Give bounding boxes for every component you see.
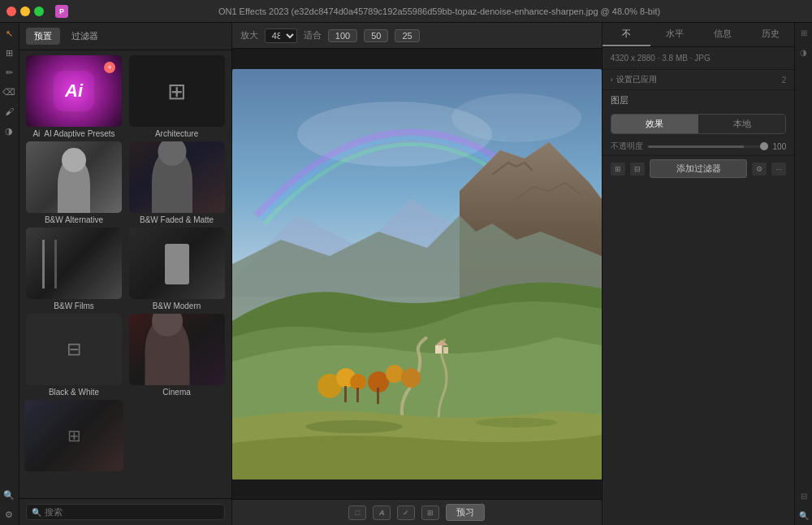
chevron-right-icon: ›	[611, 76, 613, 84]
preset-bw-modern-label: B&W Modern	[153, 302, 201, 310]
preset-cinema-thumb	[129, 314, 225, 385]
zoom-right-icon[interactable]: 🔍	[797, 509, 810, 522]
settings-row[interactable]: › 设置已应用 2	[603, 70, 794, 90]
window-title: ON1 Effects 2023 (e32dc8474d0a45789c192a…	[73, 7, 806, 16]
tab-no[interactable]: 不	[603, 23, 650, 46]
left-panel: 预置 过滤器 Ai + Ai AI Adaptive Presets	[19, 23, 232, 525]
preset-ai-adaptive[interactable]: Ai + Ai AI Adaptive Presets	[24, 55, 124, 138]
preset-architecture[interactable]: ⊞ Architecture	[127, 55, 227, 138]
zoom-100-btn[interactable]: 100	[328, 29, 357, 42]
svg-rect-10	[356, 388, 359, 402]
settings-label: 设置已应用	[616, 74, 657, 85]
svg-point-8	[401, 368, 421, 388]
settings-value: 2	[782, 76, 787, 85]
frame-btn[interactable]: □	[348, 505, 366, 520]
zoom-label: 放大	[240, 29, 258, 41]
layer-delete-icon[interactable]: ⊟	[630, 163, 645, 176]
panel-tabs: 预置 过滤器	[19, 23, 231, 50]
traffic-lights	[6, 7, 44, 16]
preset-bw-faded-thumb	[129, 141, 225, 213]
canvas-area: 放大 48 100 50 25 适合 100 50 25	[232, 23, 602, 525]
ai-badge: +	[104, 62, 115, 73]
top-toolbar: 放大 48 100 50 25 适合 100 50 25	[232, 23, 602, 49]
left-toolbar: ↖ ⊞ ✏ ⌫ 🖌 ◑ 🔍 ⚙	[0, 23, 19, 525]
cinema-bg	[129, 314, 225, 385]
preset-bw-faded[interactable]: B&W Faded & Matte	[127, 141, 227, 224]
svg-point-15	[305, 420, 403, 433]
bw-modern-bg	[129, 228, 225, 299]
close-button[interactable]	[6, 7, 16, 16]
layer-tab-effects[interactable]: 效果	[611, 115, 698, 133]
layer-more-icon[interactable]: ···	[771, 163, 786, 176]
search-icon: 🔍	[32, 508, 41, 517]
svg-rect-12	[435, 345, 442, 354]
tab-filters[interactable]: 过滤器	[63, 28, 106, 45]
preset-bw-label: Black & White	[49, 388, 99, 397]
preset-bw-modern[interactable]: B&W Modern	[127, 228, 227, 310]
layer-copy-icon[interactable]: ⊞	[611, 163, 625, 176]
zoom-select[interactable]: 48 100 50 25	[265, 28, 297, 43]
svg-rect-11	[377, 388, 379, 404]
opacity-row: 不透明度 100	[603, 137, 794, 155]
fit-label: 适合	[304, 29, 322, 41]
preset-bw-alt-label: B&W Alternative	[45, 215, 103, 224]
preset-bw-films-thumb	[26, 228, 122, 299]
tab-info[interactable]: 信息	[698, 23, 746, 46]
tab-horizontal[interactable]: 水平	[650, 23, 698, 46]
add-filter-button[interactable]: 添加过滤器	[650, 159, 747, 178]
maximize-button[interactable]	[34, 7, 44, 16]
preset-bw-faded-label: B&W Faded & Matte	[140, 215, 214, 224]
image-dimensions: 4320 x 2880 · 3.8 MB · JPG	[611, 54, 786, 63]
settings-tool-icon[interactable]: ⚙	[2, 507, 16, 522]
compare-icon[interactable]: ◑	[797, 46, 810, 59]
layer-tab-local[interactable]: 本地	[698, 115, 785, 133]
bottom-right-icon[interactable]: ⊟	[797, 489, 810, 502]
tab-presets[interactable]: 预置	[26, 28, 60, 45]
text-btn[interactable]: A	[373, 505, 391, 520]
preset-ai-thumb: Ai +	[26, 55, 122, 127]
layer-settings-icon[interactable]: ⚙	[752, 163, 767, 176]
preset-last[interactable]: ⊞	[24, 400, 124, 471]
opacity-slider[interactable]	[648, 145, 768, 148]
grid-btn[interactable]: ⊞	[421, 505, 439, 520]
svg-point-16	[476, 418, 557, 427]
preview-button[interactable]: 预习	[446, 504, 485, 521]
check-btn[interactable]: ✓	[397, 505, 415, 520]
tab-history[interactable]: 历史	[746, 23, 794, 46]
cursor-tool-icon[interactable]: ↖	[2, 26, 16, 41]
bw-faded-bg	[129, 141, 225, 213]
main-layout: ↖ ⊞ ✏ ⌫ 🖌 ◑ 🔍 ⚙ 预置 过滤器 Ai +	[0, 23, 812, 525]
search-input[interactable]	[45, 507, 219, 517]
preset-bw-modern-thumb	[129, 228, 225, 299]
brush-tool-icon[interactable]: ✏	[2, 65, 16, 80]
preset-last-thumb: ⊞	[24, 400, 124, 471]
layers-label: 图层	[603, 90, 794, 111]
layer-tools: ⊞ ⊟ 添加过滤器 ⚙ ···	[603, 155, 794, 181]
preset-bw-films[interactable]: B&W Films	[24, 228, 124, 310]
preset-bw-alternative[interactable]: B&W Alternative	[24, 141, 124, 224]
svg-rect-9	[344, 386, 347, 402]
zoom-25-btn[interactable]: 25	[395, 29, 419, 42]
arch-thumb-bg: ⊞	[129, 55, 225, 127]
mask-tool-icon[interactable]: ◑	[2, 124, 16, 138]
preset-black-white[interactable]: ⊟ Black & White	[24, 314, 124, 397]
opacity-label: 不透明度	[611, 141, 643, 152]
zoom-tool-icon[interactable]: 🔍	[2, 488, 16, 502]
right-icons: ⊞ ◑ ⊟ 🔍	[794, 23, 812, 525]
layer-tabs: 效果 本地	[611, 114, 786, 134]
preset-bw-films-label: B&W Films	[54, 302, 93, 310]
preset-cinema[interactable]: Cinema	[127, 314, 227, 397]
image-canvas	[232, 49, 602, 499]
image-info-section: 4320 x 2880 · 3.8 MB · JPG	[603, 47, 794, 70]
panel-toggle-icon[interactable]: ⊞	[797, 26, 810, 39]
titlebar: P ON1 Effects 2023 (e32dc8474d0a45789c19…	[0, 0, 812, 23]
crop-tool-icon[interactable]: ⊞	[2, 46, 16, 60]
paint-tool-icon[interactable]: 🖌	[2, 104, 16, 119]
zoom-50-btn[interactable]: 50	[364, 29, 388, 42]
search-bar: 🔍	[19, 498, 231, 525]
minimize-button[interactable]	[20, 7, 30, 16]
app-icon: P	[55, 5, 68, 18]
erase-tool-icon[interactable]: ⌫	[2, 85, 16, 99]
svg-point-2	[451, 93, 581, 142]
preset-bw-thumb: ⊟	[26, 314, 122, 385]
